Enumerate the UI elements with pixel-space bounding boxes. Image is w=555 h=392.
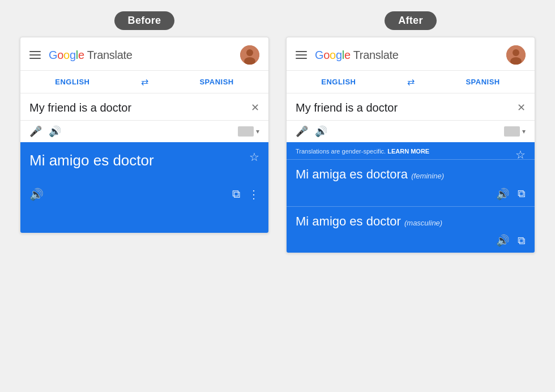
before-header: Google Translate — [20, 37, 268, 71]
after-masculine-item: Mi amigo es doctor (masculine) 🔊 ⧉ — [287, 206, 535, 253]
before-source-lang[interactable]: ENGLISH — [55, 78, 89, 86]
before-panel-wrapper: Before Google Translate — [20, 11, 269, 253]
before-logo: Google Translate — [49, 49, 133, 62]
before-star-button[interactable]: ☆ — [249, 150, 259, 164]
after-controls-row: 🎤 🔊 ▾ — [287, 121, 535, 142]
after-panel-wrapper: After Google Translate — [286, 11, 535, 253]
before-trans-icons-right: ⧉ ⋮ — [232, 188, 259, 201]
after-logo: Google Translate — [315, 49, 399, 62]
after-masculine-copy-icon[interactable]: ⧉ — [518, 235, 526, 247]
before-swap-icon[interactable]: ⇄ — [141, 76, 148, 87]
after-input-area: My friend is a doctor ✕ — [287, 93, 535, 121]
after-header-left: Google Translate — [296, 49, 399, 62]
after-lang-bar: ENGLISH ⇄ SPANISH — [287, 71, 535, 93]
hamburger-line-3 — [29, 58, 41, 59]
after-keyboard-area[interactable]: ▾ — [504, 126, 526, 137]
after-caret-icon: ▾ — [522, 127, 526, 135]
before-mic-icon[interactable]: 🎤 — [29, 125, 42, 138]
before-avatar[interactable] — [240, 45, 259, 65]
after-hamburger-line-2 — [296, 54, 307, 56]
before-target-lang[interactable]: SPANISH — [199, 78, 233, 86]
before-keyboard-icon — [238, 126, 254, 137]
after-learn-more-button[interactable]: LEARN MORE — [387, 148, 429, 155]
svg-point-4 — [513, 49, 519, 56]
after-masculine-text: Mi amigo es doctor (masculine) — [296, 214, 526, 230]
panels-row: Before Google Translate — [11, 11, 544, 253]
svg-point-1 — [246, 49, 253, 56]
after-translation-box: Translations are gender-specific. LEARN … — [287, 142, 535, 253]
after-feminine-copy-icon[interactable]: ⧉ — [518, 188, 526, 200]
page-container: Before Google Translate — [0, 0, 555, 392]
before-lang-bar: ENGLISH ⇄ SPANISH — [20, 71, 268, 93]
before-translation-main: Mi amigo es doctor — [29, 151, 259, 171]
after-mic-icon[interactable]: 🎤 — [296, 125, 308, 138]
after-label: After — [385, 11, 437, 30]
after-masculine-icons: 🔊 ⧉ — [296, 234, 526, 247]
before-label: Before — [114, 11, 175, 30]
before-menu-icon[interactable] — [29, 51, 41, 59]
after-close-button[interactable]: ✕ — [517, 101, 526, 114]
after-hamburger-line-1 — [296, 51, 307, 52]
before-controls-left: 🎤 🔊 — [29, 125, 61, 138]
before-translation-bottom: 🔊 ⧉ ⋮ — [29, 188, 259, 201]
before-copy-icon[interactable]: ⧉ — [232, 188, 240, 201]
after-keyboard-icon — [504, 126, 520, 137]
hamburger-line-1 — [29, 51, 41, 52]
before-controls-row: 🎤 🔊 ▾ — [20, 121, 268, 142]
after-speaker-icon[interactable]: 🔊 — [315, 125, 327, 138]
before-input-text: My friend is a doctor — [29, 101, 131, 114]
after-feminine-icons: 🔊 ⧉ — [296, 188, 526, 201]
after-swap-icon[interactable]: ⇄ — [407, 76, 415, 87]
before-speaker-icon[interactable]: 🔊 — [49, 125, 61, 138]
after-feminine-text: Mi amiga es doctora (feminine) — [296, 167, 526, 183]
after-feminine-label: (feminine) — [411, 172, 444, 180]
after-notice-text: Translations are gender-specific. — [296, 148, 386, 155]
after-gender-notice: Translations are gender-specific. LEARN … — [287, 142, 535, 159]
before-more-icon[interactable]: ⋮ — [248, 188, 259, 201]
after-target-lang[interactable]: SPANISH — [466, 78, 500, 86]
hamburger-line-2 — [29, 54, 41, 56]
after-hamburger-line-3 — [296, 58, 307, 59]
before-translation-box: ☆ Mi amigo es doctor 🔊 ⧉ ⋮ — [20, 142, 268, 233]
after-menu-icon[interactable] — [296, 51, 307, 59]
after-input-text: My friend is a doctor — [296, 101, 398, 114]
before-phone-ui: Google Translate ENGLISH — [20, 37, 269, 233]
after-header: Google Translate — [287, 37, 535, 71]
after-phone-ui: Google Translate ENGLISH — [286, 37, 535, 253]
before-caret-icon: ▾ — [256, 127, 259, 135]
after-masculine-play-icon[interactable]: 🔊 — [496, 234, 510, 247]
before-play-icon[interactable]: 🔊 — [29, 188, 44, 201]
before-input-area: My friend is a doctor ✕ — [20, 93, 268, 121]
before-keyboard-area[interactable]: ▾ — [238, 126, 259, 137]
after-masculine-label: (masculine) — [404, 219, 442, 227]
after-feminine-play-icon[interactable]: 🔊 — [496, 188, 510, 201]
after-avatar[interactable] — [506, 45, 526, 65]
before-close-button[interactable]: ✕ — [251, 101, 259, 114]
after-controls-left: 🎤 🔊 — [296, 125, 327, 138]
after-star-button[interactable]: ☆ — [515, 148, 526, 161]
before-header-left: Google Translate — [29, 49, 133, 62]
after-source-lang[interactable]: ENGLISH — [321, 78, 356, 86]
after-feminine-item: Mi amiga es doctora (feminine) 🔊 ⧉ — [287, 159, 535, 206]
